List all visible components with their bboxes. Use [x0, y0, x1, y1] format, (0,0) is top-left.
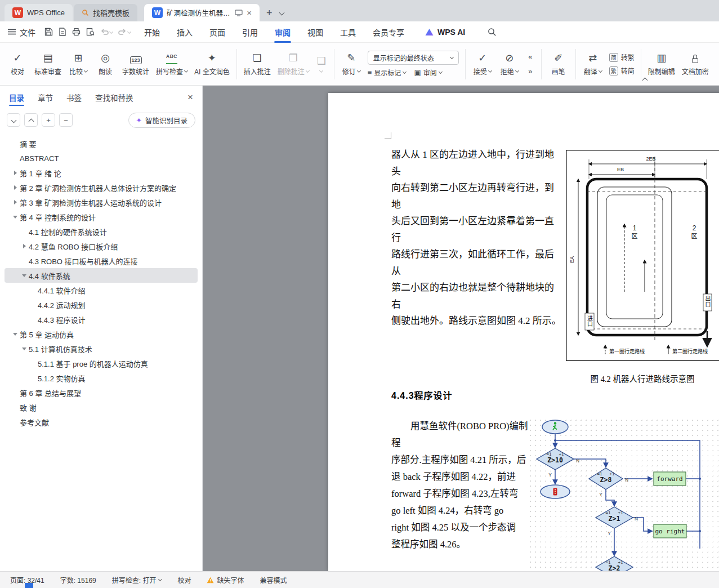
previous-change-button[interactable]: «	[525, 51, 536, 63]
smart-toc-button[interactable]: ✦ 智能识别目录	[128, 113, 196, 128]
toc-item-abstract-en[interactable]: ABSTRACT	[5, 151, 198, 166]
wps-ai-button[interactable]: WPS AI	[425, 28, 465, 37]
tab-list-chevron-icon[interactable]	[279, 10, 285, 16]
delete-comment-button[interactable]: ❐ 删除批注	[275, 46, 312, 82]
document-canvas[interactable]: 器人从 1 区的左边进入地中，行进到地头 向右转到第二小区左边再转弯行进，到地 …	[203, 86, 719, 571]
reject-button[interactable]: ⊘ 拒绝	[497, 46, 522, 82]
proofread-button[interactable]: ✓ 校对	[5, 46, 30, 82]
close-pane-icon[interactable]: ×	[187, 92, 193, 103]
proofread-status[interactable]: 校对	[177, 575, 191, 585]
screen-share-icon[interactable]	[235, 10, 243, 16]
toc-item-4-4-3[interactable]: 4.4.3 程序设计	[5, 312, 198, 327]
word-count-button[interactable]: 123 字数统计	[119, 46, 152, 82]
toc-item-4-4-selected[interactable]: 4.4 软件系统	[5, 268, 198, 283]
standard-review-button[interactable]: ▤ 标准审查	[32, 46, 64, 82]
to-simplified-button[interactable]: 繁 转简	[609, 66, 635, 75]
chevron-down-icon[interactable]	[22, 274, 26, 277]
pane-tab-chapters[interactable]: 章节	[38, 86, 53, 109]
toc-item-4-1[interactable]: 4.1 控制的硬件系统设计	[5, 224, 198, 239]
pane-tab-find-replace[interactable]: 查找和替换	[95, 86, 133, 109]
file-menu-button[interactable]: 文件	[8, 26, 35, 38]
print-preview-button[interactable]	[86, 28, 95, 36]
spell-check-button[interactable]: ABC 拼写检查	[153, 46, 190, 82]
chevron-down-icon[interactable]	[13, 216, 17, 219]
pane-tab-bookmarks[interactable]: 书签	[66, 86, 82, 109]
expand-all-button[interactable]	[7, 113, 20, 127]
tab-view[interactable]: 视图	[306, 21, 324, 43]
new-tab-button[interactable]: +	[266, 5, 273, 21]
tab-page[interactable]: 页面	[208, 21, 226, 43]
tab-insert[interactable]: 插入	[176, 21, 194, 43]
document-page[interactable]: 器人从 1 区的左边进入地中，行进到地头 向右转到第二小区左边再转弯行进，到地 …	[328, 93, 719, 571]
docer-template-tab[interactable]: 找稻壳模板	[74, 4, 137, 21]
toc-item-ch6[interactable]: 第 6 章 总结与展望	[5, 385, 198, 400]
toc-item-4-4-1[interactable]: 4.4.1 软件介绍	[5, 283, 198, 297]
toc-item-ch5[interactable]: 第 5 章 运动仿真	[5, 327, 198, 341]
tab-tools[interactable]: 工具	[339, 21, 357, 43]
accept-button[interactable]: ✓ 接受	[470, 46, 495, 82]
toc-item-ch1[interactable]: 第 1 章 绪 论	[5, 166, 198, 180]
read-aloud-button[interactable]: ◎ 朗读	[92, 46, 118, 82]
tab-review[interactable]: 审阅	[274, 21, 292, 43]
chevron-down-icon[interactable]	[13, 333, 17, 336]
chevron-down-icon[interactable]	[22, 348, 26, 350]
reviewing-pane-button[interactable]: ▣ 审阅	[414, 68, 441, 77]
missing-font-warning[interactable]: 缺失字体	[207, 575, 244, 585]
to-traditional-button[interactable]: 简 转繁	[609, 52, 635, 62]
comment-options-button[interactable]: ❑	[313, 46, 330, 82]
next-change-button[interactable]: »	[525, 66, 536, 77]
close-document-icon[interactable]: ×	[247, 8, 252, 17]
redo-menu-chevron-icon[interactable]	[127, 30, 131, 34]
search-icon[interactable]	[488, 28, 497, 37]
toc-item-ch3[interactable]: 第 3 章 矿洞检测仿生机器人运动系统的设计	[5, 195, 198, 210]
undo-menu-chevron-icon[interactable]	[109, 30, 113, 34]
toc-item-acknowledgement[interactable]: 致 谢	[5, 400, 198, 415]
collapse-all-button[interactable]	[24, 113, 38, 127]
toc-item-abstract-cn[interactable]: 摘 要	[5, 136, 198, 151]
toc-item-5-1-1[interactable]: 5.1.1 基于 proe 的机器人运动仿真	[5, 356, 198, 371]
ink-pen-button[interactable]: ✐ 画笔	[546, 46, 571, 82]
toc-item-ch4[interactable]: 第 4 章 控制系统的设计	[5, 210, 198, 224]
figure-4-2-path-diagram[interactable]: 2EB EB EA	[566, 150, 719, 363]
word-count-indicator[interactable]: 字数: 15169	[60, 575, 96, 585]
insert-comment-button[interactable]: ❏ 插入批注	[241, 46, 274, 82]
redo-button[interactable]	[118, 28, 131, 35]
body-paragraph-1[interactable]: 器人从 1 区的左边进入地中，行进到地头 向右转到第二小区左边再转弯行进，到地 …	[391, 146, 562, 329]
toc-item-4-4-2[interactable]: 4.4.2 运动规划	[5, 297, 198, 312]
print-button[interactable]	[72, 28, 81, 36]
tab-home[interactable]: 开始	[143, 21, 161, 43]
chevron-right-icon[interactable]	[23, 244, 26, 248]
restrict-editing-button[interactable]: ▥ 限制编辑	[645, 46, 678, 82]
toc-item-4-3[interactable]: 4.3 ROBO 接口板与机器人的连接	[5, 253, 198, 268]
save-button[interactable]	[44, 28, 53, 36]
zoom-in-outline-button[interactable]: +	[42, 113, 55, 127]
zoom-out-outline-button[interactable]: −	[59, 113, 73, 127]
toc-item-4-2[interactable]: 4.2 慧鱼 ROBO 接口板介绍	[5, 239, 198, 253]
compatibility-mode-indicator[interactable]: 兼容模式	[260, 575, 287, 585]
encrypt-document-button[interactable]: 文档加密	[679, 46, 712, 82]
toc-item-ch2[interactable]: 第 2 章 矿洞检测仿生机器人总体设计方案的确定	[5, 180, 198, 195]
toc-item-5-1[interactable]: 5.1 计算机仿真技术	[5, 341, 198, 356]
export-pdf-button[interactable]	[59, 28, 66, 36]
translate-button[interactable]: ⇄ 翻译	[580, 46, 606, 82]
compare-button[interactable]: ⊞ 比较	[65, 46, 91, 82]
undo-button[interactable]	[100, 28, 113, 35]
markup-state-select[interactable]: 显示标记的最终状态	[368, 51, 459, 65]
section-heading-4-4-3[interactable]: 4.4.3程序设计	[391, 388, 453, 402]
document-tab[interactable]: W 矿洞检测仿生机器人设计 毕业 ×	[144, 4, 260, 21]
chevron-right-icon[interactable]	[14, 171, 17, 175]
robo-pro-flowchart[interactable]: =1 +1 Z>10 Y N =1 +1 Z>8 Y	[528, 418, 719, 571]
tab-reference[interactable]: 引用	[241, 21, 259, 43]
toc-item-5-1-2[interactable]: 5.1.2 实物仿真	[5, 371, 198, 385]
body-paragraph-2[interactable]: 用慧鱼软件(ROBO PRO)编制程 序部分.主程序如图 4.21 所示，后 退…	[391, 418, 532, 553]
wps-home-tab[interactable]: W WPS Office	[5, 4, 73, 21]
chevron-right-icon[interactable]	[14, 200, 17, 204]
pane-tab-contents[interactable]: 目录	[9, 86, 24, 109]
ai-polish-button[interactable]: ✦ AI 全文润色	[191, 46, 233, 82]
show-markup-button[interactable]: ≡ 显示标记	[368, 68, 407, 77]
track-changes-button[interactable]: ✎ 修订	[338, 46, 364, 82]
spell-check-status[interactable]: 拼写检查: 打开	[112, 575, 162, 585]
tab-membership[interactable]: 会员专享	[372, 21, 405, 43]
toc-item-references[interactable]: 参考文献	[5, 415, 198, 429]
chevron-right-icon[interactable]	[14, 185, 17, 190]
